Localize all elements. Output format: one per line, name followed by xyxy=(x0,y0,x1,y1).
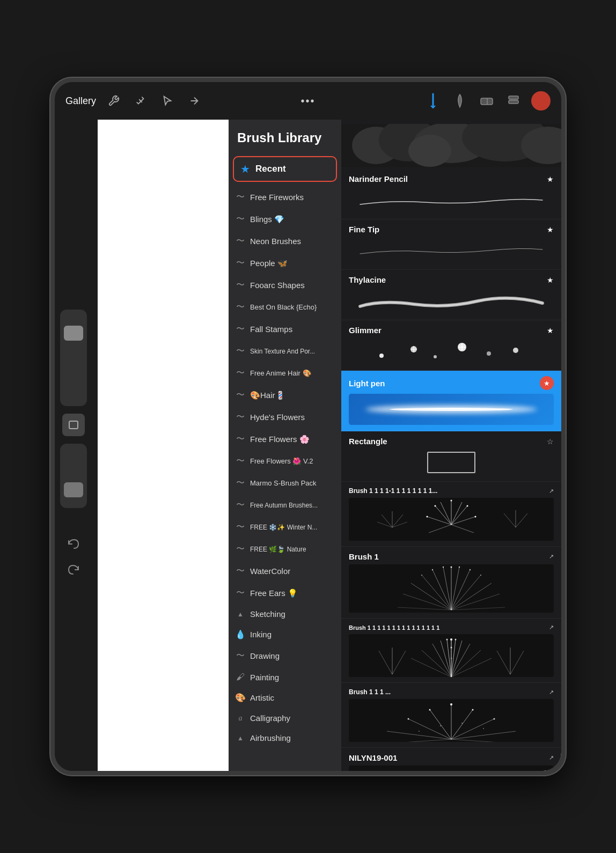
brush-item-fireworks-2[interactable]: Brush 1 ↗ xyxy=(341,547,561,619)
category-item-hair[interactable]: 〜 🎨Hair💈 xyxy=(229,384,341,406)
brush-stroke-preview xyxy=(349,187,554,214)
brush-stroke-preview xyxy=(349,699,554,742)
transform-icon[interactable] xyxy=(185,92,203,110)
category-item-artistic[interactable]: 🎨 Artistic xyxy=(229,687,341,708)
category-item-free-flowers-v2[interactable]: 〜 Free Flowers 🌺 V.2 xyxy=(229,450,341,472)
category-name: Free Anime Hair 🎨 xyxy=(250,369,335,377)
brush-item-name: Brush 1 1 1 1 1 1 1 1 1 1 1 1 1 1 1 xyxy=(349,624,439,631)
svg-point-100 xyxy=(494,718,495,720)
svg-line-90 xyxy=(430,710,451,739)
svg-line-86 xyxy=(510,651,524,674)
brush-item-fireworks-4[interactable]: Brush 1 1 1 ... ↗ xyxy=(341,683,561,748)
redo-button[interactable] xyxy=(62,558,85,581)
brush-star-icon[interactable]: ☆ xyxy=(547,437,554,446)
svg-line-56 xyxy=(403,594,451,610)
category-item-calligraphy[interactable]: a Calligraphy xyxy=(229,708,341,728)
brush-item-name: Rectangle xyxy=(349,437,387,446)
brush-item-name: NILYN19-001 xyxy=(349,753,397,762)
category-item-best-on-black[interactable]: 〜 Best On Black {Echo} xyxy=(229,296,341,318)
category-name: Best On Black {Echo} xyxy=(250,303,335,311)
brush-star-icon[interactable]: ★ xyxy=(547,326,554,335)
color-picker[interactable] xyxy=(531,91,551,111)
category-item-drawing[interactable]: 〜 Drawing xyxy=(229,645,341,667)
category-brush-icon: 💧 xyxy=(235,629,246,639)
category-item-skin-texture[interactable]: 〜 Skin Texture And Por... xyxy=(229,340,341,362)
brush-selected-star-badge[interactable]: ★ xyxy=(540,376,554,390)
brush-star-icon[interactable]: ↗ xyxy=(549,624,554,631)
category-name: Marmo S-Brush Pack xyxy=(250,479,335,487)
layers-icon[interactable] xyxy=(504,92,523,110)
opacity-slider[interactable] xyxy=(60,444,87,508)
svg-line-69 xyxy=(451,641,462,677)
brush-detail-list: Narinder Pencil ★ Fine Tip xyxy=(341,120,561,771)
brush-size-slider[interactable] xyxy=(60,310,87,406)
brush-item-fireworks-1[interactable]: Brush 1 1 1 1-1 1 1 1 1 1 1 1... ↗ xyxy=(341,482,561,547)
category-item-fooarc[interactable]: 〜 Fooarc Shapes xyxy=(229,274,341,296)
brush-item-thylacine[interactable]: Thylacine ★ xyxy=(341,270,561,320)
smudge-tool-icon[interactable] xyxy=(451,92,469,110)
category-item-free-autumn[interactable]: 〜 Free Autumn Brushes... xyxy=(229,494,341,516)
category-item-free-anime-hair[interactable]: 〜 Free Anime Hair 🎨 xyxy=(229,362,341,384)
svg-line-74 xyxy=(422,650,451,677)
opacity-slider-thumb[interactable] xyxy=(64,482,83,497)
category-item-free-fireworks[interactable]: 〜 Free Fireworks xyxy=(229,186,341,208)
size-slider-thumb[interactable] xyxy=(64,326,83,341)
category-item-watercolor[interactable]: 〜 WaterColor xyxy=(229,560,341,582)
brush-item-glimmer[interactable]: Glimmer ★ xyxy=(341,320,561,371)
svg-point-81 xyxy=(446,639,448,641)
shape-tool-button[interactable] xyxy=(62,414,85,436)
brush-star-icon[interactable]: ★ xyxy=(547,276,554,284)
wrench-icon[interactable] xyxy=(105,92,123,110)
svg-line-75 xyxy=(451,658,492,677)
brush-item-nilyn[interactable]: NILYN19-001 ↗ xyxy=(341,748,561,771)
brush-star-icon[interactable]: ↗ xyxy=(549,689,554,696)
category-item-inking[interactable]: 💧 Inking xyxy=(229,624,341,645)
brush-star-icon[interactable]: ↗ xyxy=(549,553,554,560)
category-item-painting[interactable]: 🖌 Painting xyxy=(229,667,341,687)
recent-category-button[interactable]: ★ Recent xyxy=(233,156,337,182)
svg-line-96 xyxy=(371,739,451,742)
category-item-people[interactable]: 〜 People 🦋 xyxy=(229,252,341,274)
svg-line-31 xyxy=(451,502,462,525)
category-item-neon[interactable]: 〜 Neon Brushes xyxy=(229,230,341,252)
svg-point-37 xyxy=(427,516,428,518)
brush-star-icon[interactable]: ★ xyxy=(547,175,554,183)
gallery-button[interactable]: Gallery xyxy=(65,95,96,107)
svg-line-30 xyxy=(429,525,451,533)
brush-item-fireworks-3[interactable]: Brush 1 1 1 1 1 1 1 1 1 1 1 1 1 1 1 ↗ xyxy=(341,619,561,683)
category-item-airbrushing[interactable]: ▲ Airbrushing xyxy=(229,728,341,748)
brush-item-rectangle[interactable]: Rectangle ☆ xyxy=(341,431,561,482)
brush-star-icon[interactable]: ↗ xyxy=(549,488,554,495)
brush-star-icon[interactable]: ★ xyxy=(547,225,554,234)
brush-item-fine-tip[interactable]: Fine Tip ★ xyxy=(341,219,561,270)
category-name: Free Flowers 🌸 xyxy=(250,435,335,444)
undo-button[interactable] xyxy=(62,533,85,555)
category-item-blings[interactable]: 〜 Blings 💎 xyxy=(229,208,341,230)
svg-point-19 xyxy=(513,348,518,353)
top-bar-center: ••• xyxy=(301,95,316,107)
category-item-free-flowers[interactable]: 〜 Free Flowers 🌸 xyxy=(229,428,341,450)
selection-icon[interactable] xyxy=(158,92,177,110)
category-item-hydes-flowers[interactable]: 〜 Hyde's Flowers xyxy=(229,406,341,428)
svg-point-14 xyxy=(379,354,384,358)
pen-tool-icon[interactable] xyxy=(424,92,442,110)
eraser-tool-icon[interactable] xyxy=(478,92,496,110)
svg-line-45 xyxy=(504,513,516,527)
category-item-free-nature[interactable]: 〜 FREE 🌿🍃 Nature xyxy=(229,538,341,560)
category-item-fall-stamps[interactable]: 〜 Fall Stamps xyxy=(229,318,341,340)
category-item-marmo[interactable]: 〜 Marmo S-Brush Pack xyxy=(229,472,341,494)
category-item-sketching[interactable]: ▲ Sketching xyxy=(229,604,341,624)
brush-star-icon[interactable]: ↗ xyxy=(549,754,554,761)
svg-line-29 xyxy=(451,525,474,533)
more-options-icon[interactable]: ••• xyxy=(301,95,316,107)
category-item-free-ears[interactable]: 〜 Free Ears 💡 xyxy=(229,582,341,604)
category-item-free-winter[interactable]: 〜 FREE ❄️✨ Winter N... xyxy=(229,516,341,538)
brush-item-light-pen[interactable]: Light pen ★ xyxy=(341,371,561,431)
svg-point-103 xyxy=(440,725,441,726)
svg-line-52 xyxy=(422,575,451,610)
brush-item-narinder-pencil[interactable]: Narinder Pencil ★ xyxy=(341,169,561,219)
category-brush-icon: ▲ xyxy=(235,734,246,742)
category-name: Inking xyxy=(250,630,335,639)
category-brush-icon: 〜 xyxy=(235,433,246,445)
magic-icon[interactable] xyxy=(131,92,150,110)
